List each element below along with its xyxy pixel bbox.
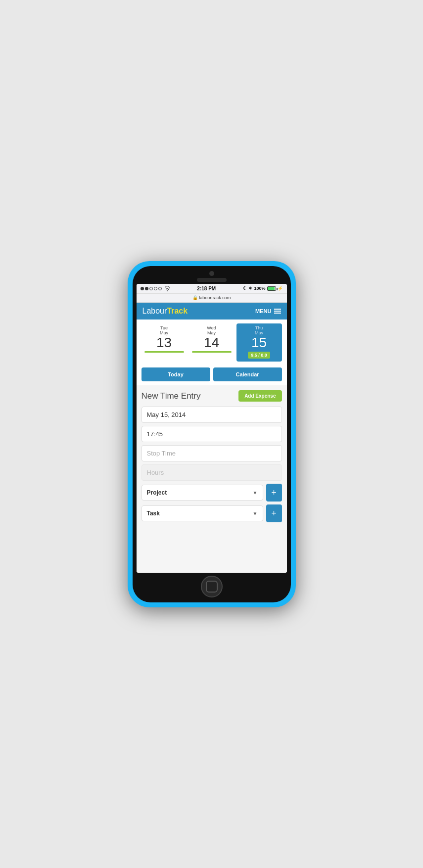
status-right: ☾ ✶ 100% ⚡ [243,286,282,291]
battery-fill [268,287,275,290]
signal-dot-2 [145,287,148,290]
bluetooth-icon: ✶ [248,286,252,291]
date-picker: Tue May 13 Wed May 14 [137,320,287,365]
start-time-field[interactable]: 17:45 [141,426,282,442]
signal-dot-1 [141,287,144,290]
phone-frame: 2:18 PM ☾ ✶ 100% ⚡ 🔒 labourtrack.com [128,261,296,607]
signal-dot-4 [154,287,157,290]
hamburger-icon [274,309,281,314]
hamburger-line-2 [274,311,281,312]
project-add-button[interactable]: + [266,484,282,502]
wifi-icon [165,286,170,291]
task-row: Task ▼ + [141,504,282,522]
project-row: Project ▼ + [141,484,282,502]
section-title: New Time Entry [141,391,201,401]
date-item-wed[interactable]: Wed May 14 [189,323,235,362]
url-bar: 🔒 labourtrack.com [137,294,287,303]
camera [209,271,214,276]
date-number-thu: 15 [237,336,281,350]
signal-dot-3 [149,287,153,290]
hours-badge: 9.5 / 8.0 [248,352,270,359]
date-indicator-wed [192,351,232,353]
calendar-button[interactable]: Calendar [213,367,282,381]
date-label-tue: Tue May [142,325,186,336]
phone-screen: 2:18 PM ☾ ✶ 100% ⚡ 🔒 labourtrack.com [137,284,287,573]
charging-icon: ⚡ [278,286,283,291]
hamburger-line-1 [274,309,281,310]
menu-button[interactable]: MENU [255,308,281,314]
app-header: LabourTrack MENU [137,303,287,320]
date-label-wed: Wed May [190,325,234,336]
app-logo: LabourTrack [142,307,188,316]
phone-inner: 2:18 PM ☾ ✶ 100% ⚡ 🔒 labourtrack.com [133,266,291,602]
url-text: labourtrack.com [199,295,231,300]
project-chevron-icon: ▼ [253,490,258,496]
today-button[interactable]: Today [141,367,210,381]
task-chevron-icon: ▼ [253,511,258,516]
date-item-thu[interactable]: Thu May 15 9.5 / 8.0 [236,323,282,362]
section-header: New Time Entry Add Expense [141,390,282,402]
home-button-inner [206,581,218,593]
logo-light: Labour [142,307,167,315]
add-expense-button[interactable]: Add Expense [238,390,282,402]
main-content: New Time Entry Add Expense May 15, 2014 … [137,385,287,572]
battery-icon [267,286,276,291]
moon-icon: ☾ [243,286,247,291]
date-field[interactable]: May 15, 2014 [141,407,282,423]
task-select[interactable]: Task ▼ [141,505,263,521]
speaker [197,278,227,282]
project-label: Project [147,489,167,496]
project-select[interactable]: Project ▼ [141,485,263,501]
date-number-tue: 13 [142,336,186,350]
signal-indicator [141,286,170,291]
date-indicator-tue [144,351,184,353]
status-bar: 2:18 PM ☾ ✶ 100% ⚡ [137,284,287,294]
task-add-button[interactable]: + [266,504,282,522]
menu-label: MENU [255,308,271,314]
task-label: Task [147,510,160,517]
date-number-wed: 14 [190,336,234,350]
battery-percent: 100% [254,286,265,291]
action-buttons: Today Calendar [137,365,287,385]
date-item-tue[interactable]: Tue May 13 [141,323,187,362]
signal-dot-5 [158,287,162,290]
stop-time-field[interactable]: Stop Time [141,445,282,461]
status-time: 2:18 PM [197,286,216,291]
date-label-thu: Thu May [237,325,281,336]
home-button[interactable] [201,576,223,597]
hours-field[interactable]: Hours [141,464,282,481]
logo-bold: Track [167,307,188,315]
hamburger-line-3 [274,313,281,314]
